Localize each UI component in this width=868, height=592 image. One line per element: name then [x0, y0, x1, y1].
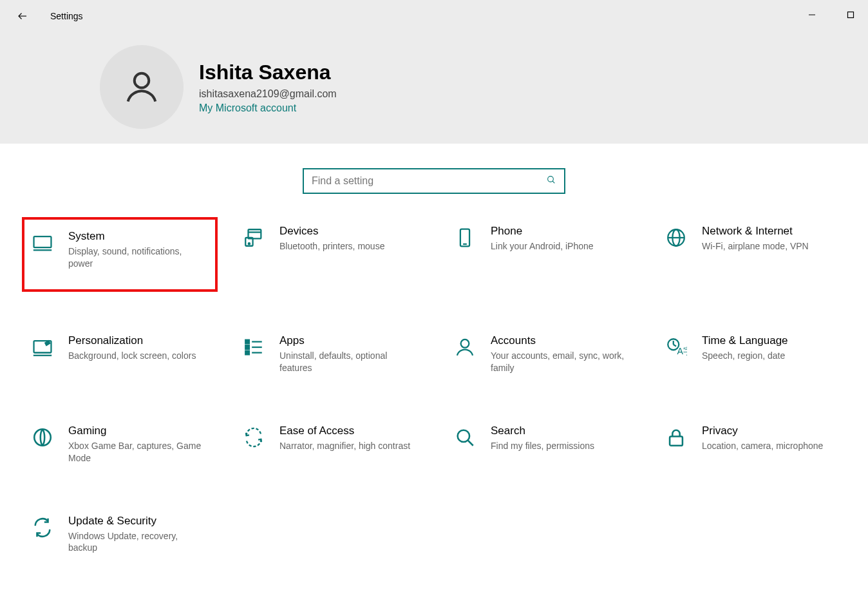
svg-line-32 — [467, 440, 473, 446]
profile-text: Ishita Saxena ishitasaxena2109@gmail.com… — [199, 61, 337, 114]
minimize-icon — [808, 11, 816, 19]
card-title: Privacy — [702, 425, 823, 437]
settings-card-system[interactable]: SystemDisplay, sound, notifications, pow… — [23, 218, 216, 291]
search-box[interactable] — [303, 168, 565, 194]
search-row — [0, 144, 868, 218]
settings-card-network[interactable]: Network & InternetWi-Fi, airplane mode, … — [657, 218, 850, 291]
card-desc: Bluetooth, printers, mouse — [279, 240, 384, 253]
maximize-icon — [847, 11, 854, 19]
accounts-icon — [452, 334, 478, 360]
user-icon — [122, 68, 161, 106]
svg-point-3 — [135, 73, 149, 88]
settings-card-privacy[interactable]: PrivacyLocation, camera, microphone — [657, 418, 850, 471]
settings-card-search[interactable]: SearchFind my files, permissions — [446, 418, 639, 471]
network-icon — [663, 225, 689, 251]
card-text: PersonalizationBackground, lock screen, … — [68, 334, 196, 362]
svg-rect-2 — [848, 12, 854, 18]
maximize-button[interactable] — [841, 5, 860, 24]
gaming-icon — [30, 425, 55, 450]
card-desc: Find my files, permissions — [491, 440, 594, 452]
profile-block: Ishita Saxena ishitasaxena2109@gmail.com… — [0, 32, 868, 129]
card-desc: Uninstall, defaults, optional features — [279, 350, 415, 374]
microsoft-account-link[interactable]: My Microsoft account — [199, 102, 337, 114]
settings-card-apps[interactable]: AppsUninstall, defaults, optional featur… — [234, 328, 428, 381]
settings-card-update_security[interactable]: Update & SecurityWindows Update, recover… — [23, 508, 216, 561]
card-text: SearchFind my files, permissions — [491, 425, 594, 452]
card-text: Ease of AccessNarrator, magnifier, high … — [279, 425, 410, 452]
card-desc: Xbox Game Bar, captures, Game Mode — [68, 440, 203, 464]
settings-card-time_language[interactable]: A字Time & LanguageSpeech, region, date — [657, 328, 850, 381]
svg-point-11 — [249, 243, 250, 244]
system-icon — [30, 230, 55, 256]
card-title: Personalization — [68, 334, 196, 347]
svg-rect-21 — [245, 351, 249, 355]
card-text: PhoneLink your Android, iPhone — [491, 225, 594, 253]
svg-line-5 — [552, 181, 554, 183]
card-desc: Location, camera, microphone — [702, 440, 823, 452]
card-title: Accounts — [491, 334, 626, 347]
card-text: DevicesBluetooth, printers, mouse — [279, 225, 384, 253]
card-desc: Speech, region, date — [702, 350, 788, 362]
card-title: Gaming — [68, 425, 203, 437]
card-title: Devices — [279, 225, 384, 238]
card-title: Apps — [279, 334, 415, 347]
settings-card-phone[interactable]: PhoneLink your Android, iPhone — [446, 218, 639, 291]
search-icon — [452, 425, 478, 450]
svg-rect-19 — [245, 340, 249, 344]
ease_of_access-icon — [241, 425, 267, 450]
svg-line-28 — [674, 345, 676, 347]
card-desc: Wi-Fi, airplane mode, VPN — [702, 240, 809, 253]
card-title: Ease of Access — [279, 425, 410, 437]
svg-point-25 — [461, 339, 469, 348]
privacy-icon — [663, 425, 689, 450]
card-desc: Background, lock screen, colors — [68, 350, 196, 362]
svg-point-30 — [34, 429, 51, 446]
card-text: Network & InternetWi-Fi, airplane mode, … — [702, 225, 809, 253]
card-title: Network & Internet — [702, 225, 809, 238]
svg-text:A字: A字 — [677, 346, 687, 356]
card-text: SystemDisplay, sound, notifications, pow… — [68, 230, 203, 270]
card-text: GamingXbox Game Bar, captures, Game Mode — [68, 425, 203, 464]
devices-icon — [241, 225, 267, 251]
card-title: System — [68, 230, 203, 243]
title-row: Settings — [0, 0, 868, 32]
header-region: Settings Ishita Saxena ishitasaxena2109@… — [0, 0, 868, 144]
card-desc: Windows Update, recovery, backup — [68, 530, 203, 555]
card-title: Time & Language — [702, 334, 788, 347]
profile-name: Ishita Saxena — [199, 61, 337, 84]
search-icon — [546, 175, 556, 187]
time_language-icon: A字 — [663, 334, 689, 360]
settings-card-personalization[interactable]: PersonalizationBackground, lock screen, … — [23, 328, 216, 381]
update_security-icon — [30, 515, 55, 540]
settings-card-accounts[interactable]: AccountsYour accounts, email, sync, work… — [446, 328, 639, 381]
settings-card-devices[interactable]: DevicesBluetooth, printers, mouse — [234, 218, 428, 291]
card-text: Update & SecurityWindows Update, recover… — [68, 515, 203, 555]
phone-icon — [452, 225, 478, 251]
svg-rect-20 — [245, 345, 249, 349]
window-title: Settings — [50, 11, 83, 21]
search-input[interactable] — [312, 175, 546, 187]
avatar[interactable] — [100, 45, 184, 129]
back-arrow-icon — [17, 10, 28, 22]
card-title: Update & Security — [68, 515, 203, 528]
card-desc: Display, sound, notifications, power — [68, 245, 203, 270]
card-text: AccountsYour accounts, email, sync, work… — [491, 334, 626, 374]
card-text: Time & LanguageSpeech, region, date — [702, 334, 788, 362]
card-text: AppsUninstall, defaults, optional featur… — [279, 334, 415, 374]
apps-icon — [241, 334, 267, 360]
svg-rect-6 — [34, 236, 52, 247]
card-desc: Link your Android, iPhone — [491, 240, 594, 253]
back-button[interactable] — [13, 6, 32, 26]
window-controls — [802, 5, 860, 24]
settings-card-gaming[interactable]: GamingXbox Game Bar, captures, Game Mode — [23, 418, 216, 471]
settings-card-ease_of_access[interactable]: Ease of AccessNarrator, magnifier, high … — [234, 418, 428, 471]
svg-rect-33 — [670, 436, 683, 445]
card-title: Search — [491, 425, 594, 437]
card-text: PrivacyLocation, camera, microphone — [702, 425, 823, 452]
profile-email: ishitasaxena2109@gmail.com — [199, 88, 337, 100]
minimize-button[interactable] — [802, 5, 822, 24]
card-desc: Your accounts, email, sync, work, family — [491, 350, 626, 374]
settings-grid: SystemDisplay, sound, notifications, pow… — [0, 218, 868, 586]
personalization-icon — [30, 334, 55, 360]
card-desc: Narrator, magnifier, high contrast — [279, 440, 410, 452]
